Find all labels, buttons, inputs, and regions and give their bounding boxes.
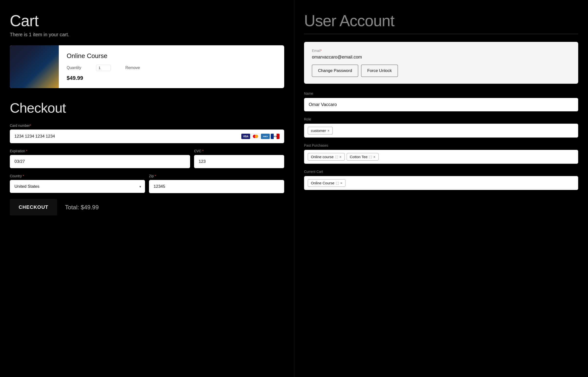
role-section: Role customer × xyxy=(304,117,578,138)
remove-label[interactable]: Remove xyxy=(125,66,140,70)
cart-item-meta: Quantity Remove xyxy=(67,65,276,71)
expiration-label: Expiration * xyxy=(10,149,190,153)
past-purchases-section: Past Purchases Online course ⬚ × Cotton … xyxy=(304,143,578,164)
past-purchases-tag-online-course: Online course ⬚ × xyxy=(308,153,345,161)
card-icons: VISA AMEX JCB xyxy=(241,134,280,139)
email-label: Email* xyxy=(312,49,570,53)
past-purchases-label: Past Purchases xyxy=(304,143,578,147)
email-display: omarvaccaro@email.com xyxy=(312,55,570,60)
card-number-input[interactable] xyxy=(14,134,241,139)
total-text: Total: $49.99 xyxy=(65,204,98,211)
role-tag-customer: customer × xyxy=(308,127,333,134)
role-tag-label: customer xyxy=(311,129,326,133)
cvc-group: CVC * xyxy=(194,149,284,168)
past-purchase-tag-label-1: Online course xyxy=(311,155,334,159)
external-link-icon-1[interactable]: ⬚ xyxy=(335,155,338,159)
current-cart-tag-label: Online Course xyxy=(311,181,334,185)
current-cart-tags-container: Online Course ⬚ × xyxy=(304,176,578,190)
current-cart-tag-online-course: Online Course ⬚ × xyxy=(308,179,345,187)
cart-item-card: Online Course Quantity Remove $49.99 xyxy=(10,45,284,88)
current-cart-section: Current Cart Online Course ⬚ × xyxy=(304,170,578,190)
amex-icon: AMEX xyxy=(261,134,270,139)
country-label: Country * xyxy=(10,174,145,178)
checkout-footer: CHECKOUT Total: $49.99 xyxy=(10,199,284,215)
divider xyxy=(304,34,578,34)
cart-subtitle: There is 1 item in your cart. xyxy=(10,32,284,37)
cvc-label: CVC * xyxy=(194,149,284,153)
user-info-card: Email* omarvaccaro@email.com Change Pass… xyxy=(304,42,578,84)
past-purchases-tags-container: Online course ⬚ × Cotton Tee ⬚ × xyxy=(304,150,578,164)
mastercard-icon xyxy=(251,134,260,139)
name-section: Name xyxy=(304,92,578,111)
jcb-icon: JCB xyxy=(271,134,280,139)
exp-cvc-row: Expiration * CVC * xyxy=(10,149,284,168)
expiration-input[interactable] xyxy=(10,155,190,168)
card-number-label: Card number* xyxy=(10,124,284,128)
quantity-label: Quantity xyxy=(67,66,81,70)
cart-title: Cart xyxy=(10,12,284,30)
zip-input[interactable] xyxy=(149,180,284,193)
btn-group: Change Password Force Unlock xyxy=(312,65,570,77)
past-purchase-tag-label-2: Cotton Tee xyxy=(350,155,368,159)
cart-item-image xyxy=(10,45,59,88)
current-cart-tag-close[interactable]: × xyxy=(340,181,342,185)
expiration-group: Expiration * xyxy=(10,149,190,168)
past-purchase-tag-close-2[interactable]: × xyxy=(373,155,375,159)
card-number-group: Card number* VISA AMEX JCB xyxy=(10,124,284,143)
role-label: Role xyxy=(304,117,578,121)
past-purchase-tag-close-1[interactable]: × xyxy=(340,155,342,159)
cart-item-price: $49.99 xyxy=(67,75,276,81)
country-select[interactable]: United States Canada United Kingdom xyxy=(10,180,145,193)
right-panel: User Account Email* omarvaccaro@email.co… xyxy=(294,0,588,377)
name-input[interactable] xyxy=(304,98,578,111)
visa-icon: VISA xyxy=(241,134,250,139)
zip-label: Zip * xyxy=(149,174,284,178)
current-cart-label: Current Cart xyxy=(304,170,578,174)
card-input-wrapper: VISA AMEX JCB xyxy=(10,130,284,143)
role-tags-container: customer × xyxy=(304,124,578,138)
name-label: Name xyxy=(304,92,578,95)
checkout-title: Checkout xyxy=(10,100,284,116)
country-group: Country * United States Canada United Ki… xyxy=(10,174,145,193)
left-panel: Cart There is 1 item in your cart. Onlin… xyxy=(0,0,294,377)
checkout-button[interactable]: CHECKOUT xyxy=(10,199,57,215)
force-unlock-button[interactable]: Force Unlock xyxy=(361,65,398,77)
external-link-icon-cart[interactable]: ⬚ xyxy=(336,181,339,185)
quantity-input[interactable] xyxy=(96,65,111,71)
change-password-button[interactable]: Change Password xyxy=(312,65,358,77)
cvc-input[interactable] xyxy=(194,155,284,168)
cart-item-details: Online Course Quantity Remove $49.99 xyxy=(59,45,284,88)
user-account-title: User Account xyxy=(304,12,578,30)
country-zip-row: Country * United States Canada United Ki… xyxy=(10,174,284,193)
country-select-wrapper: United States Canada United Kingdom ▾ xyxy=(10,180,145,193)
past-purchases-tag-cotton-tee: Cotton Tee ⬚ × xyxy=(347,153,379,161)
zip-group: Zip * xyxy=(149,174,284,193)
role-tag-close-icon[interactable]: × xyxy=(328,129,330,133)
external-link-icon-2[interactable]: ⬚ xyxy=(369,155,372,159)
cart-item-name: Online Course xyxy=(67,52,276,60)
